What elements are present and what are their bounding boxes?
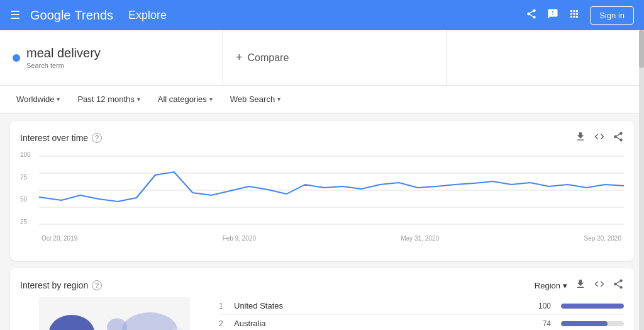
category-arrow: ▾ xyxy=(209,96,213,103)
time-arrow: ▾ xyxy=(137,96,140,103)
scrollbar-thumb[interactable] xyxy=(639,30,644,68)
map-svg xyxy=(20,297,209,330)
location-arrow: ▾ xyxy=(57,96,60,103)
y-label-25: 25 xyxy=(20,219,31,225)
download-icon-time[interactable] xyxy=(575,131,586,145)
filter-bar: Worldwide ▾ Past 12 months ▾ All categor… xyxy=(0,86,644,113)
time-card-title: Interest over time xyxy=(20,133,88,143)
region-help-icon[interactable]: ? xyxy=(92,280,102,290)
search-term-box: meal delivery Search term xyxy=(0,30,223,85)
feedback-icon[interactable] xyxy=(547,8,558,23)
type-filter[interactable]: Web Search ▾ xyxy=(224,91,287,108)
region-val-2: 74 xyxy=(532,319,551,328)
compare-label: Compare xyxy=(248,52,289,64)
region-list: 1 United States 100 2 Australia 74 xyxy=(219,297,624,330)
scrollbar[interactable] xyxy=(639,30,644,330)
main-content: Interest over time ? 100 75 50 25 xyxy=(0,113,644,330)
compare-box[interactable]: + Compare xyxy=(223,30,447,85)
search-term-type: Search term xyxy=(26,62,101,69)
search-area: meal delivery Search term + Compare xyxy=(0,30,644,86)
card-title-area-region: Interest by region ? xyxy=(20,280,102,290)
region-dropdown-arrow: ▾ xyxy=(563,281,567,290)
time-filter[interactable]: Past 12 months ▾ xyxy=(71,91,146,108)
region-name-1: United States xyxy=(234,301,527,310)
region-val-1: 100 xyxy=(532,302,551,310)
menu-icon[interactable]: ☰ xyxy=(10,8,20,22)
type-arrow: ▾ xyxy=(277,96,280,103)
region-bar-2 xyxy=(561,321,608,326)
search-term-name: meal delivery xyxy=(26,46,101,60)
card-title-area-time: Interest over time ? xyxy=(20,133,102,143)
region-card-title: Interest by region xyxy=(20,280,88,290)
interest-over-time-card: Interest over time ? 100 75 50 25 xyxy=(10,121,634,261)
category-label: All categories xyxy=(158,94,207,104)
x-label-2: Feb 9, 2020 xyxy=(223,235,256,242)
region-bar-bg-2 xyxy=(561,321,624,326)
share-icon-region[interactable] xyxy=(613,278,624,292)
empty-search-box xyxy=(447,30,644,85)
apps-icon[interactable] xyxy=(569,8,580,23)
time-help-icon[interactable]: ? xyxy=(92,133,102,143)
signin-button[interactable]: Sign in xyxy=(590,6,634,25)
time-card-actions xyxy=(575,131,624,145)
share-icon[interactable] xyxy=(526,8,537,23)
y-axis-labels: 100 75 50 25 xyxy=(20,150,31,225)
region-content: 1 United States 100 2 Australia 74 xyxy=(20,297,624,330)
card-header-region: Interest by region ? Region ▾ xyxy=(20,278,624,292)
x-label-3: May 31, 2020 xyxy=(401,235,439,242)
region-dropdown-button[interactable]: Region ▾ xyxy=(535,281,567,290)
line-chart-svg xyxy=(39,150,624,232)
region-bar-1 xyxy=(561,304,624,309)
region-bar-bg-1 xyxy=(561,304,624,309)
region-name-2: Australia xyxy=(234,319,527,328)
trends-text: Trends xyxy=(75,8,114,23)
google-text: Google xyxy=(30,8,71,23)
region-rank-1: 1 xyxy=(219,302,229,310)
interest-by-region-card: Interest by region ? Region ▾ xyxy=(10,268,634,330)
location-filter[interactable]: Worldwide ▾ xyxy=(10,91,66,108)
card-header-time: Interest over time ? xyxy=(20,131,624,145)
region-rank-2: 2 xyxy=(219,319,229,328)
embed-icon-region[interactable] xyxy=(594,278,605,292)
region-dropdown-label: Region xyxy=(535,281,560,290)
plus-icon: + xyxy=(236,51,243,64)
location-label: Worldwide xyxy=(16,94,54,104)
search-term-info: meal delivery Search term xyxy=(26,46,101,69)
app-header: ☰ Google Trends Explore Sign in xyxy=(0,0,644,30)
category-filter[interactable]: All categories ▾ xyxy=(152,91,219,108)
time-label: Past 12 months xyxy=(77,94,134,104)
region-item-1: 1 United States 100 xyxy=(219,297,624,315)
header-icons: Sign in xyxy=(526,6,634,25)
region-item-2: 2 Australia 74 xyxy=(219,315,624,330)
time-chart: 100 75 50 25 Oct 20, 2019 Feb 9, 2020 Ma… xyxy=(20,150,624,251)
y-label-100: 100 xyxy=(20,151,31,158)
x-axis-labels: Oct 20, 2019 Feb 9, 2020 May 31, 2020 Se… xyxy=(39,235,624,242)
x-label-1: Oct 20, 2019 xyxy=(42,235,77,242)
x-label-4: Sep 20, 2020 xyxy=(584,235,621,242)
region-card-actions: Region ▾ xyxy=(535,278,624,292)
logo: Google Trends xyxy=(30,8,113,23)
embed-icon-time[interactable] xyxy=(594,131,605,145)
share-icon-time[interactable] xyxy=(613,131,624,145)
y-label-50: 50 xyxy=(20,196,31,203)
search-term-dot xyxy=(13,54,20,62)
world-map xyxy=(20,297,209,330)
y-label-75: 75 xyxy=(20,174,31,181)
type-label: Web Search xyxy=(230,94,275,104)
explore-label: Explore xyxy=(128,9,167,22)
download-icon-region[interactable] xyxy=(575,278,586,292)
